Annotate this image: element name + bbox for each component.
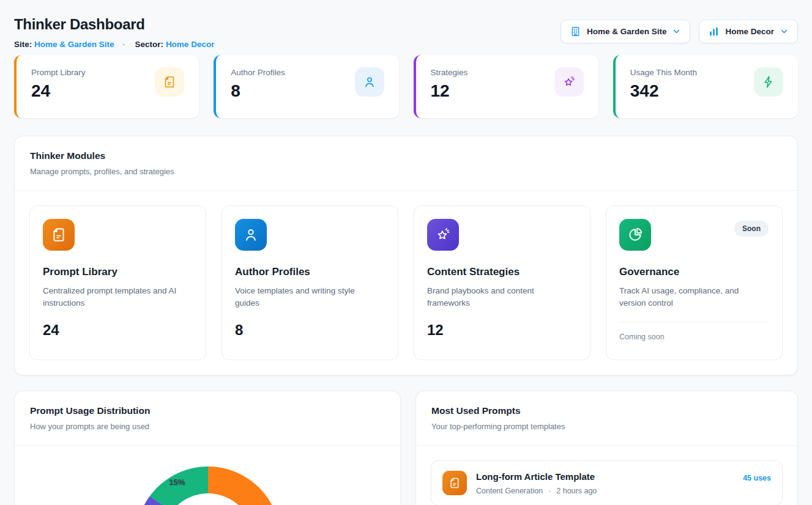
separator-dot: · — [548, 487, 551, 495]
prompt-list-item[interactable]: Long-form Article Template Content Gener… — [431, 460, 783, 505]
module-count: 24 — [43, 322, 193, 339]
prompt-time: 2 hours ago — [556, 487, 597, 495]
module-description: Centralized prompt templates and AI inst… — [43, 285, 186, 310]
usage-panel-subtitle: How your prompts are being used — [30, 422, 385, 431]
sector-selector-dropdown[interactable]: Home Decor — [699, 20, 798, 43]
module-description: Voice templates and writing style guides — [235, 285, 378, 310]
modules-panel-header: Thinker Modules Manage prompts, profiles… — [15, 136, 797, 190]
sector-link[interactable]: Home Decor — [166, 40, 215, 49]
document-icon — [43, 219, 75, 251]
module-card-governance[interactable]: Soon Governance Track AI usage, complian… — [606, 205, 783, 360]
stat-card-author-profiles: Author Profiles 8 — [214, 55, 398, 118]
header-selectors: Home & Garden Site Home Decor — [561, 20, 798, 43]
module-title: Content Strategies — [427, 266, 577, 278]
dashboard-page: Thinker Dashboard Site: Home & Garden Si… — [0, 0, 812, 505]
pie-chart-icon — [619, 219, 651, 251]
user-icon — [235, 219, 267, 251]
module-card-author-profiles[interactable]: Author Profiles Voice templates and writ… — [222, 205, 398, 360]
modules-grid: Prompt Library Centralized prompt templa… — [15, 191, 797, 375]
header-left: Thinker Dashboard Site: Home & Garden Si… — [14, 11, 214, 49]
document-icon — [442, 471, 467, 495]
donut-chart — [136, 466, 280, 505]
separator-dot: · — [122, 40, 125, 49]
sector-selector-label: Home Decor — [725, 27, 774, 36]
prompt-info: Long-form Article Template Content Gener… — [476, 471, 734, 495]
prompt-meta: Content Generation · 2 hours ago — [476, 487, 734, 495]
prompt-uses-count: 45 uses — [743, 474, 771, 482]
usage-panel-header: Prompt Usage Distribution How your promp… — [15, 391, 400, 445]
divider — [416, 445, 797, 446]
stat-card-prompt-library: Prompt Library 24 — [14, 55, 199, 118]
prompts-panel-subtitle: Your top-performing prompt templates — [431, 422, 782, 431]
header: Thinker Dashboard Site: Home & Garden Si… — [14, 11, 798, 49]
module-title: Prompt Library — [43, 266, 193, 278]
stat-card-strategies: Strategies 12 — [414, 55, 598, 118]
site-label: Site: — [14, 40, 32, 49]
bar-chart-icon — [708, 26, 720, 37]
module-count: 8 — [235, 322, 385, 339]
module-count: 12 — [427, 322, 577, 339]
thinker-modules-panel: Thinker Modules Manage prompts, profiles… — [14, 136, 798, 375]
chevron-down-icon — [672, 27, 681, 36]
modules-panel-title: Thinker Modules — [30, 150, 782, 161]
bottom-row: Prompt Usage Distribution How your promp… — [14, 391, 798, 505]
prompts-panel-header: Most Used Prompts Your top-performing pr… — [416, 391, 797, 445]
stat-card-usage: Usage This Month 342 — [613, 55, 798, 118]
stat-cards-row: Prompt Library 24 Author Profiles 8 Stra… — [14, 55, 798, 118]
prompt-title: Long-form Article Template — [476, 471, 734, 482]
module-title: Governance — [619, 266, 769, 278]
modules-panel-subtitle: Manage prompts, profiles, and strategies — [30, 167, 782, 176]
building-icon — [570, 26, 581, 37]
module-description: Track AI usage, compliance, and version … — [619, 285, 762, 310]
soon-badge: Soon — [734, 221, 769, 237]
divider — [619, 322, 769, 322]
most-used-prompts-panel: Most Used Prompts Your top-performing pr… — [415, 391, 798, 505]
coming-soon-text: Coming soon — [619, 333, 769, 341]
document-icon — [155, 67, 184, 97]
module-card-prompt-library[interactable]: Prompt Library Centralized prompt templa… — [29, 205, 206, 360]
site-selector-dropdown[interactable]: Home & Garden Site — [561, 20, 691, 43]
module-card-content-strategies[interactable]: Content Strategies Brand playbooks and c… — [414, 205, 590, 360]
star-sparkle-icon — [554, 67, 584, 97]
sector-label: Sector: — [135, 40, 164, 49]
module-title: Author Profiles — [235, 266, 385, 278]
site-link[interactable]: Home & Garden Site — [34, 40, 114, 49]
donut-chart-area: 15% — [15, 446, 400, 505]
donut-segment-label: 15% — [169, 477, 185, 487]
prompt-category: Content Generation — [476, 487, 543, 495]
page-title: Thinker Dashboard — [14, 16, 214, 33]
breadcrumb: Site: Home & Garden Site · Sector: Home … — [14, 40, 214, 49]
bolt-icon — [754, 67, 783, 97]
prompts-panel-title: Most Used Prompts — [431, 405, 782, 416]
usage-panel-title: Prompt Usage Distribution — [30, 405, 385, 416]
module-description: Brand playbooks and content frameworks — [427, 285, 570, 310]
site-selector-label: Home & Garden Site — [587, 27, 667, 36]
star-sparkle-icon — [427, 219, 459, 251]
prompt-usage-panel: Prompt Usage Distribution How your promp… — [14, 391, 401, 505]
chevron-down-icon — [780, 27, 789, 36]
user-icon — [355, 67, 384, 97]
